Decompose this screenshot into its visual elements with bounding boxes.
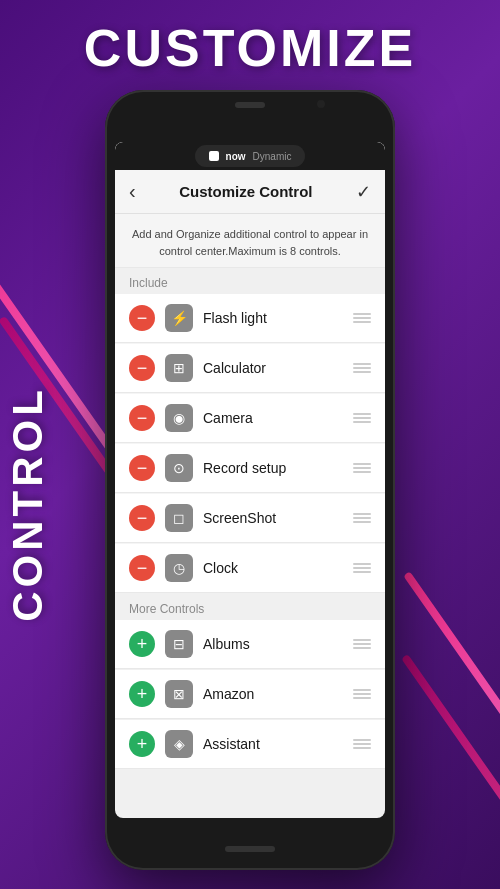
flashlight-label: Flash light: [203, 310, 353, 326]
remove-clock-button[interactable]: −: [129, 555, 155, 581]
remove-icon: −: [137, 509, 148, 527]
drag-handle-record[interactable]: [353, 463, 371, 473]
drag-line: [353, 417, 371, 419]
flashlight-icon-box: ⚡: [165, 304, 193, 332]
phone-camera: [317, 100, 325, 108]
record-icon: ⊙: [173, 460, 185, 476]
drag-line: [353, 567, 371, 569]
camera-label: Camera: [203, 410, 353, 426]
header-title: Customize Control: [179, 183, 312, 200]
drag-handle-calculator[interactable]: [353, 363, 371, 373]
drag-line: [353, 517, 371, 519]
check-button[interactable]: ✓: [356, 181, 371, 203]
drag-line: [353, 313, 371, 315]
control-item-record: − ⊙ Record setup: [115, 444, 385, 493]
drag-line: [353, 467, 371, 469]
camera-icon: ◉: [173, 410, 185, 426]
drag-line: [353, 413, 371, 415]
screenshot-label: ScreenShot: [203, 510, 353, 526]
remove-screenshot-button[interactable]: −: [129, 505, 155, 531]
drag-line: [353, 521, 371, 523]
more-controls-section: More Controls + ⊟ Albums: [115, 594, 385, 769]
status-dot: [209, 151, 219, 161]
control-item-screenshot: − ◻ ScreenShot: [115, 494, 385, 543]
calculator-icon: ⊞: [173, 360, 185, 376]
drag-handle-clock[interactable]: [353, 563, 371, 573]
screenshot-icon-box: ◻: [165, 504, 193, 532]
calculator-icon-box: ⊞: [165, 354, 193, 382]
remove-icon: −: [137, 359, 148, 377]
control-item-calculator: − ⊞ Calculator: [115, 344, 385, 393]
add-amazon-button[interactable]: +: [129, 681, 155, 707]
drag-handle-camera[interactable]: [353, 413, 371, 423]
remove-camera-button[interactable]: −: [129, 405, 155, 431]
albums-icon-box: ⊟: [165, 630, 193, 658]
phone-frame: now Dynamic ‹ Customize Control ✓ Add an…: [105, 90, 395, 870]
status-dynamic-label: Dynamic: [253, 151, 292, 162]
assistant-label: Assistant: [203, 736, 353, 752]
calculator-label: Calculator: [203, 360, 353, 376]
amazon-label: Amazon: [203, 686, 353, 702]
drag-line: [353, 317, 371, 319]
drag-handle-amazon[interactable]: [353, 689, 371, 699]
drag-handle-screenshot[interactable]: [353, 513, 371, 523]
assistant-icon-box: ◈: [165, 730, 193, 758]
drag-line: [353, 743, 371, 745]
phone-speaker: [225, 846, 275, 852]
drag-line: [353, 747, 371, 749]
control-item-clock: − ◷ Clock: [115, 544, 385, 593]
drag-line: [353, 421, 371, 423]
remove-calculator-button[interactable]: −: [129, 355, 155, 381]
clock-icon: ◷: [173, 560, 185, 576]
camera-icon-box: ◉: [165, 404, 193, 432]
add-icon: +: [137, 735, 148, 753]
remove-flashlight-button[interactable]: −: [129, 305, 155, 331]
control-item-albums: + ⊟ Albums: [115, 620, 385, 669]
phone-screen: now Dynamic ‹ Customize Control ✓ Add an…: [115, 142, 385, 818]
app-header: ‹ Customize Control ✓: [115, 170, 385, 214]
control-item-flashlight: − ⚡ Flash light: [115, 294, 385, 343]
clock-label: Clock: [203, 560, 353, 576]
include-section-label: Include: [115, 268, 385, 294]
assistant-icon: ◈: [174, 736, 185, 752]
albums-label: Albums: [203, 636, 353, 652]
drag-line: [353, 563, 371, 565]
remove-icon: −: [137, 459, 148, 477]
back-button[interactable]: ‹: [129, 180, 136, 203]
drag-line: [353, 471, 371, 473]
title-container: CUSTOMIZE: [0, 18, 500, 78]
drag-line: [353, 643, 371, 645]
add-icon: +: [137, 635, 148, 653]
drag-line: [353, 363, 371, 365]
accent-line-4: [401, 654, 500, 806]
drag-handle-flashlight[interactable]: [353, 313, 371, 323]
remove-icon: −: [137, 559, 148, 577]
control-item-assistant: + ◈ Assistant: [115, 720, 385, 769]
clock-icon-box: ◷: [165, 554, 193, 582]
drag-handle-assistant[interactable]: [353, 739, 371, 749]
more-controls-label: More Controls: [115, 594, 385, 620]
drag-line: [353, 693, 371, 695]
amazon-icon: ⊠: [173, 686, 185, 702]
drag-line: [353, 371, 371, 373]
remove-icon: −: [137, 309, 148, 327]
drag-line: [353, 739, 371, 741]
status-now-label: now: [226, 151, 246, 162]
drag-line: [353, 463, 371, 465]
record-label: Record setup: [203, 460, 353, 476]
drag-handle-albums[interactable]: [353, 639, 371, 649]
record-icon-box: ⊙: [165, 454, 193, 482]
drag-line: [353, 571, 371, 573]
phone-notch: [235, 102, 265, 108]
status-pill: now Dynamic: [195, 145, 305, 167]
drag-line: [353, 639, 371, 641]
drag-line: [353, 689, 371, 691]
drag-line: [353, 513, 371, 515]
control-item-camera: − ◉ Camera: [115, 394, 385, 443]
phone-container: now Dynamic ‹ Customize Control ✓ Add an…: [105, 90, 395, 870]
add-assistant-button[interactable]: +: [129, 731, 155, 757]
remove-record-button[interactable]: −: [129, 455, 155, 481]
flashlight-icon: ⚡: [171, 310, 188, 326]
drag-line: [353, 647, 371, 649]
add-albums-button[interactable]: +: [129, 631, 155, 657]
